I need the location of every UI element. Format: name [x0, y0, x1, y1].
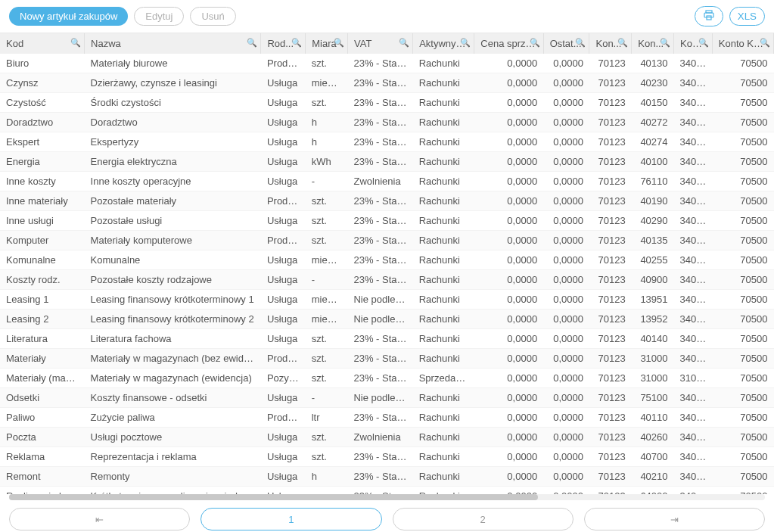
cell-aktywny: Rachunki — [413, 73, 474, 93]
table-row[interactable]: DoradztwoDoradztwoUsługah23% - Staw...Ra… — [0, 113, 774, 132]
last-page-button[interactable]: ⇥ — [584, 508, 765, 530]
col-miara[interactable]: Miara🔍 — [306, 33, 348, 54]
table-row[interactable]: EkspertEkspertyzyUsługah23% - Staw...Rac… — [0, 132, 774, 152]
edit-button[interactable]: Edytuj — [134, 7, 184, 26]
cell-cena: 0,0000 — [474, 329, 543, 349]
cell-rodzaj: Usługa — [261, 93, 306, 113]
table-row[interactable]: Materiały (magaz...Materiały w magazynac… — [0, 369, 774, 388]
table-row[interactable]: ReklamaReprezentacja i reklamaUsługaszt.… — [0, 447, 774, 467]
table-row[interactable]: CzystośćŚrodki czystościUsługaszt.23% - … — [0, 93, 774, 113]
search-icon[interactable]: 🔍 — [617, 38, 628, 48]
table-row[interactable]: Inne usługiPozostałe usługiUsługaszt.23%… — [0, 211, 774, 231]
cell-kod: Koszty rodz. — [0, 270, 85, 290]
table-row[interactable]: Inne kosztyInne koszty operacyjneUsługa-… — [0, 172, 774, 191]
table-row[interactable]: LiteraturaLiteratura fachowaUsługaszt.23… — [0, 329, 774, 349]
search-icon[interactable]: 🔍 — [575, 38, 586, 48]
cell-kon1: 70123 — [589, 447, 632, 467]
first-icon: ⇤ — [95, 514, 104, 525]
cell-cena: 0,0000 — [474, 231, 543, 250]
cell-nazwa: Leasing finansowy krótkoterminowy 2 — [85, 310, 261, 329]
table-row[interactable]: CzynszDzierżawy, czynsze i leasingiUsług… — [0, 73, 774, 93]
table-row[interactable]: Leasing 1Leasing finansowy krótkotermino… — [0, 290, 774, 310]
table-row[interactable]: KomunalneKomunalneUsługamiesiąc23% - Sta… — [0, 250, 774, 270]
search-icon[interactable]: 🔍 — [247, 38, 257, 48]
col-cena[interactable]: Cena sprzed...🔍 — [474, 33, 543, 54]
table-row[interactable]: MateriałyMateriały w magazynach (bez ewi… — [0, 349, 774, 369]
cell-konto: 70500 — [712, 93, 773, 113]
cell-kon1: 70123 — [589, 211, 632, 231]
search-icon[interactable]: 🔍 — [460, 38, 471, 48]
col-rodzaj[interactable]: Rod...🔍 — [261, 33, 306, 54]
table-row[interactable]: PocztaUsługi pocztoweUsługaszt.Zwolnieni… — [0, 428, 774, 447]
cell-nazwa: Pozostałe usługi — [85, 211, 261, 231]
cell-konto: 70500 — [712, 428, 773, 447]
col-kon1[interactable]: Kon...🔍 — [589, 33, 632, 54]
col-kod2[interactable]: Kod...🔍 — [674, 33, 713, 54]
cell-kod2: 34000 — [674, 152, 713, 172]
cell-kod: Poczta — [0, 428, 85, 447]
cell-konto: 70500 — [712, 310, 773, 329]
cell-kon1: 70123 — [589, 270, 632, 290]
cell-kon2: 40110 — [632, 408, 674, 428]
table-row[interactable]: EnergiaEnergia elektrycznaUsługakWh23% -… — [0, 152, 774, 172]
search-icon[interactable]: 🔍 — [698, 38, 709, 48]
col-ostat[interactable]: Ostat...🔍 — [543, 33, 589, 54]
table-row[interactable]: PaliwoZużycie paliwaProduktltr23% - Staw… — [0, 408, 774, 428]
col-vat[interactable]: VAT🔍 — [347, 33, 412, 54]
scrollbar-thumb[interactable] — [9, 494, 538, 500]
cell-ostat: 0,0000 — [543, 408, 589, 428]
cell-konto: 70500 — [712, 349, 773, 369]
cell-kod2: 34000 — [674, 487, 713, 495]
table-row[interactable]: Rozliczenia krótkieKrótkoterminowe rozli… — [0, 487, 774, 495]
col-kon2[interactable]: Kon...🔍 — [632, 33, 674, 54]
search-icon[interactable]: 🔍 — [291, 38, 302, 48]
table-row[interactable]: Koszty rodz.Pozostałe koszty rodzajoweUs… — [0, 270, 774, 290]
cell-kod: Energia — [0, 152, 85, 172]
cell-konto: 70500 — [712, 329, 773, 349]
cell-vat: 23% - Staw... — [347, 329, 412, 349]
cell-ostat: 0,0000 — [543, 172, 589, 191]
cell-cena: 0,0000 — [474, 132, 543, 152]
cell-kod: Materiały (magaz... — [0, 369, 85, 388]
cell-konto: 70500 — [712, 132, 773, 152]
table-row[interactable]: KomputerMateriały komputeroweProduktszt.… — [0, 231, 774, 250]
print-button[interactable] — [695, 6, 723, 26]
cell-konto: 70500 — [712, 73, 773, 93]
table-scroll[interactable]: Kod🔍 Nazwa🔍 Rod...🔍 Miara🔍 VAT🔍 Aktywny … — [0, 33, 774, 494]
cell-aktywny: Rachunki — [413, 172, 474, 191]
table-row[interactable]: RemontRemontyUsługah23% - Staw...Rachunk… — [0, 467, 774, 487]
col-kod[interactable]: Kod🔍 — [0, 33, 85, 54]
search-icon[interactable]: 🔍 — [399, 38, 409, 48]
new-item-button[interactable]: Nowy artykuł zakupów — [9, 7, 128, 26]
cell-konto: 70500 — [712, 369, 773, 388]
table-row[interactable]: Leasing 2Leasing finansowy krótkotermino… — [0, 310, 774, 329]
cell-kod: Paliwo — [0, 408, 85, 428]
page-2-button[interactable]: 2 — [393, 508, 574, 530]
cell-rodzaj: Usługa — [261, 487, 306, 495]
cell-aktywny: Sprzedaż + ... — [413, 369, 474, 388]
search-icon[interactable]: 🔍 — [660, 38, 670, 48]
table-row[interactable]: Inne materiałyPozostałe materiałyProdukt… — [0, 191, 774, 211]
cell-vat: 23% - Staw... — [347, 191, 412, 211]
search-icon[interactable]: 🔍 — [70, 38, 81, 48]
cell-cena: 0,0000 — [474, 290, 543, 310]
cell-kon2: 75100 — [632, 388, 674, 408]
col-aktywny[interactable]: Aktywny w...🔍 — [413, 33, 474, 54]
xls-button[interactable]: XLS — [729, 7, 765, 26]
delete-button[interactable]: Usuń — [190, 7, 235, 26]
page-1-button[interactable]: 1 — [200, 508, 381, 530]
cell-nazwa: Inne koszty operacyjne — [85, 172, 261, 191]
table-row[interactable]: OdsetkiKoszty finansowe - odsetkiUsługa-… — [0, 388, 774, 408]
cell-ostat: 0,0000 — [543, 152, 589, 172]
table-row[interactable]: BiuroMateriały biuroweProduktszt.23% - S… — [0, 54, 774, 73]
horizontal-scrollbar[interactable] — [9, 494, 765, 500]
col-konto[interactable]: Konto Kos...🔍 — [712, 33, 773, 54]
search-icon[interactable]: 🔍 — [334, 38, 344, 48]
cell-kod2: 34000 — [674, 93, 713, 113]
cell-kon2: 40700 — [632, 447, 674, 467]
search-icon[interactable]: 🔍 — [530, 38, 540, 48]
search-icon[interactable]: 🔍 — [760, 38, 770, 48]
cell-ostat: 0,0000 — [543, 113, 589, 132]
col-nazwa[interactable]: Nazwa🔍 — [85, 33, 261, 54]
first-page-button[interactable]: ⇤ — [9, 508, 190, 530]
